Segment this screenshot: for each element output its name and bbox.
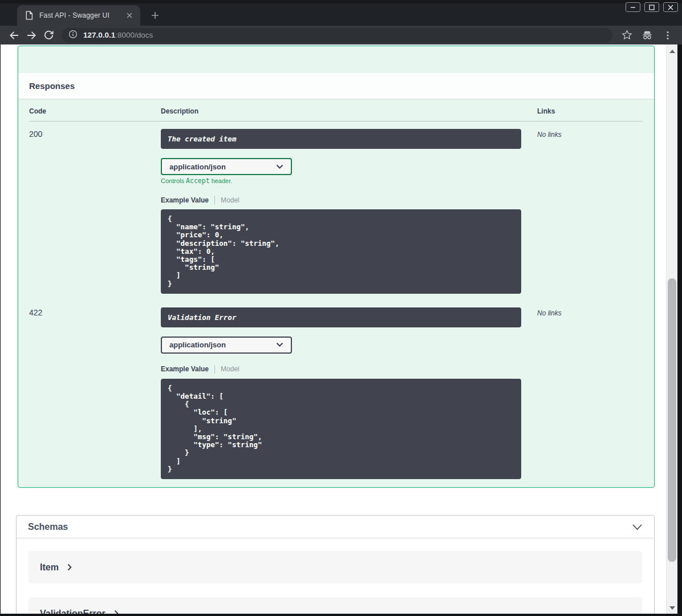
chevron-right-icon bbox=[114, 610, 119, 614]
column-header-description: Description bbox=[161, 99, 537, 121]
response-description-text: Validation Error bbox=[168, 313, 514, 322]
window-close-icon[interactable] bbox=[663, 2, 678, 12]
tab-model[interactable]: Model bbox=[221, 196, 239, 204]
responses-table: Code Description Links 200 The created i… bbox=[18, 99, 654, 486]
new-tab-icon[interactable] bbox=[148, 8, 163, 23]
media-type-value: application/json bbox=[169, 163, 226, 171]
browser-menu-icon[interactable] bbox=[661, 29, 674, 42]
url-path: :8000/docs bbox=[115, 31, 153, 39]
page-favicon-icon bbox=[25, 11, 34, 20]
scroll-up-icon[interactable] bbox=[669, 50, 675, 53]
example-json-block: { "detail": [ { "loc": [ "string" ], "ms… bbox=[161, 379, 521, 479]
tab-model[interactable]: Model bbox=[221, 365, 239, 373]
media-type-value: application/json bbox=[169, 341, 226, 349]
scroll-down-icon[interactable] bbox=[669, 606, 675, 610]
response-description-box: The created item bbox=[161, 129, 521, 149]
browser-window: Fast API - Swagger UI bbox=[0, 0, 682, 616]
tab-divider bbox=[214, 365, 215, 374]
response-code: 200 bbox=[29, 129, 42, 139]
chevron-down-icon bbox=[276, 342, 283, 347]
tab-divider bbox=[214, 196, 215, 204]
toolbar-actions bbox=[620, 29, 674, 42]
page-content: Responses Code Description Links 200 The… bbox=[1, 44, 677, 614]
schemas-section: Schemas Item ValidationError bbox=[16, 515, 655, 614]
chevron-right-icon bbox=[67, 564, 72, 571]
chevron-down-icon bbox=[276, 164, 283, 169]
response-description-cell: Validation Error application/json Exampl… bbox=[161, 301, 537, 486]
media-type-select[interactable]: application/json bbox=[161, 158, 292, 175]
scrollbar-thumb[interactable] bbox=[668, 278, 676, 562]
media-type-select[interactable]: application/json bbox=[161, 337, 292, 354]
response-row-200: 200 The created item application/json Co… bbox=[29, 121, 643, 301]
tab-example-value[interactable]: Example Value bbox=[161, 196, 209, 204]
response-code: 422 bbox=[29, 308, 42, 317]
window-top-edge bbox=[0, 0, 682, 3]
back-icon[interactable] bbox=[6, 27, 23, 43]
site-info-icon[interactable] bbox=[68, 30, 78, 41]
vertical-scrollbar[interactable] bbox=[666, 44, 677, 614]
column-header-links: Links bbox=[537, 99, 643, 121]
example-model-tabs: Example Value Model bbox=[161, 196, 537, 204]
responses-title: Responses bbox=[29, 81, 75, 91]
tab-example-value[interactable]: Example Value bbox=[161, 365, 209, 373]
post-operation-block: Responses Code Description Links 200 The… bbox=[18, 46, 655, 488]
schemas-title: Schemas bbox=[28, 522, 68, 532]
responses-section-header: Responses bbox=[18, 73, 654, 99]
response-links: No links bbox=[537, 309, 562, 317]
forward-icon[interactable] bbox=[23, 27, 40, 43]
browser-toolbar: 127.0.0.1:8000/docs bbox=[0, 26, 682, 44]
responses-table-head: Code Description Links bbox=[29, 99, 643, 121]
schemas-header[interactable]: Schemas bbox=[17, 516, 654, 538]
response-links: No links bbox=[537, 131, 562, 139]
tab-close-icon[interactable] bbox=[124, 10, 135, 21]
chevron-down-icon bbox=[632, 524, 643, 530]
tab-title: Fast API - Swagger UI bbox=[39, 11, 124, 19]
accept-header-note: Controls Accept header. bbox=[161, 177, 537, 185]
example-json-block: { "name": "string", "price": 0, "descrip… bbox=[161, 209, 521, 294]
example-json-text: { "detail": [ { "loc": [ "string" ], "ms… bbox=[168, 384, 514, 473]
address-bar[interactable]: 127.0.0.1:8000/docs bbox=[62, 28, 612, 43]
response-description-text: The created item bbox=[168, 135, 514, 143]
schema-item[interactable]: ValidationError bbox=[29, 597, 642, 614]
window-controls bbox=[626, 2, 678, 12]
browser-tab[interactable]: Fast API - Swagger UI bbox=[17, 5, 140, 26]
bookmark-star-icon[interactable] bbox=[620, 29, 633, 42]
example-json-text: { "name": "string", "price": 0, "descrip… bbox=[168, 215, 514, 288]
response-row-422: 422 Validation Error application/json bbox=[29, 301, 643, 486]
opblock-body-top bbox=[18, 46, 654, 73]
titlebar: Fast API - Swagger UI bbox=[0, 0, 682, 26]
schema-name: Item bbox=[40, 562, 59, 573]
response-description-box: Validation Error bbox=[161, 307, 521, 327]
window-minimize-icon[interactable] bbox=[626, 2, 640, 12]
schema-name: ValidationError bbox=[40, 609, 105, 614]
example-model-tabs: Example Value Model bbox=[161, 365, 537, 374]
window-maximize-icon[interactable] bbox=[644, 2, 659, 12]
url-host: 127.0.0.1 bbox=[83, 31, 115, 39]
incognito-icon bbox=[641, 29, 653, 42]
url-text: 127.0.0.1:8000/docs bbox=[83, 31, 153, 39]
schemas-list: Item ValidationError bbox=[17, 538, 654, 614]
column-header-code: Code bbox=[29, 99, 161, 121]
reload-icon[interactable] bbox=[40, 27, 57, 43]
response-description-cell: The created item application/json Contro… bbox=[161, 121, 537, 301]
schema-item[interactable]: Item bbox=[29, 551, 642, 583]
